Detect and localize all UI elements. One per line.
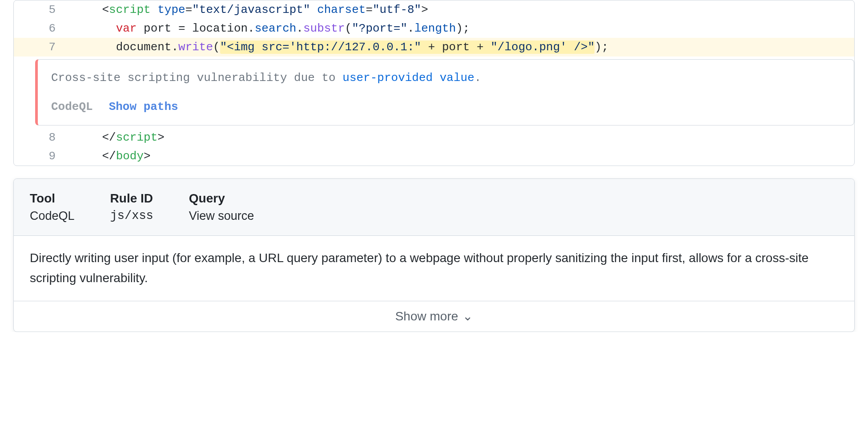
rule-label: Rule ID [110, 191, 153, 206]
show-paths-link[interactable]: Show paths [109, 100, 178, 113]
alert-message: Cross-site scripting vulnerability due t… [51, 69, 840, 87]
line-number: 9 [14, 147, 67, 166]
tool-value: CodeQL [30, 209, 75, 223]
code-content: document.write("<img src='http://127.0.0… [67, 38, 854, 57]
code-content: <script type="text/javascript" charset="… [67, 0, 854, 19]
alert-source-link[interactable]: user-provided value [342, 71, 474, 85]
details-header: Tool CodeQL Rule ID js/xss Query View so… [14, 179, 854, 236]
line-number: 8 [14, 128, 67, 147]
code-content: var port = location.search.substr("?port… [67, 19, 854, 38]
code-content: </body> [67, 147, 854, 166]
alert-details-panel: Tool CodeQL Rule ID js/xss Query View so… [13, 178, 855, 332]
query-label: Query [189, 191, 254, 206]
code-alert-annotation: Cross-site scripting vulnerability due t… [35, 59, 854, 125]
show-more-label: Show more [395, 309, 458, 324]
alert-tool-label: CodeQL [51, 100, 93, 113]
line-number: 6 [14, 19, 67, 38]
code-content: </script> [67, 128, 854, 147]
details-rule-column: Rule ID js/xss [110, 191, 153, 223]
line-number: 5 [14, 0, 67, 19]
code-line: 9 </body> [14, 147, 854, 166]
line-number: 7 [14, 38, 67, 57]
code-line: 5 <script type="text/javascript" charset… [14, 0, 854, 19]
view-source-link[interactable]: View source [189, 209, 254, 223]
code-line: 6 var port = location.search.substr("?po… [14, 19, 854, 38]
code-viewer: 5 <script type="text/javascript" charset… [13, 0, 855, 166]
show-more-button[interactable]: Show more ⌄ [14, 301, 854, 332]
details-description: Directly writing user input (for example… [14, 236, 854, 301]
tool-label: Tool [30, 191, 75, 206]
details-tool-column: Tool CodeQL [30, 191, 75, 223]
chevron-down-icon: ⌄ [462, 310, 473, 323]
details-query-column: Query View source [189, 191, 254, 223]
code-line-highlighted: 7 document.write("<img src='http://127.0… [14, 38, 854, 57]
code-line: 8 </script> [14, 128, 854, 147]
rule-value: js/xss [110, 209, 153, 223]
